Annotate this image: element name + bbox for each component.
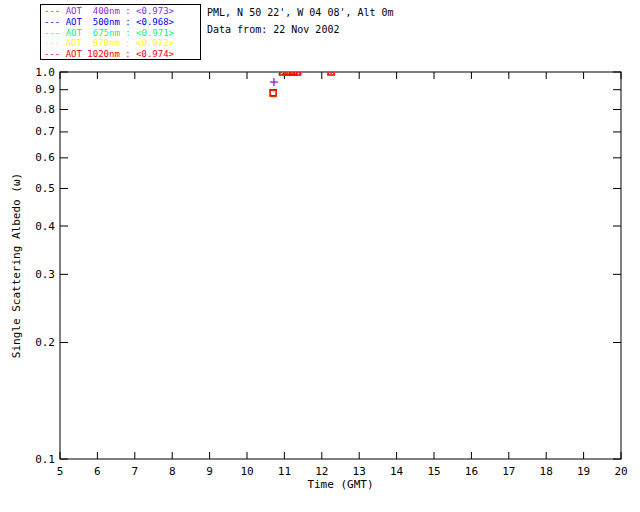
legend: --- AOT 400nm : <0.973>--- AOT 500nm : <… — [40, 4, 201, 60]
y-tick-label: 0.4 — [35, 220, 55, 233]
plot-page: { "header": { "line1": "PML, N 50 22', W… — [0, 0, 640, 512]
x-tick-label: 18 — [540, 465, 553, 478]
y-tick-label: 0.5 — [35, 182, 55, 195]
y-tick-label: 0.7 — [35, 125, 55, 138]
legend-item: --- AOT 1020nm : <0.974> — [44, 49, 200, 60]
x-tick-label: 16 — [465, 465, 478, 478]
x-tick-label: 13 — [353, 465, 366, 478]
x-tick-label: 8 — [169, 465, 176, 478]
x-tick-label: 15 — [427, 465, 440, 478]
y-tick-label: 1.0 — [35, 66, 55, 79]
x-tick-label: 14 — [390, 465, 404, 478]
plot-header: PML, N 50 22', W 04 08', Alt 0m Data fro… — [207, 4, 394, 38]
y-tick-label: 0.1 — [35, 453, 55, 466]
series-aot-1020nm — [270, 69, 334, 96]
y-tick-label: 0.3 — [35, 268, 55, 281]
x-tick-label: 12 — [315, 465, 328, 478]
data-date: Data from: 22 Nov 2002 — [207, 21, 394, 38]
x-tick-label: 7 — [131, 465, 138, 478]
x-tick-label: 5 — [57, 465, 64, 478]
legend-item: --- AOT 870nm : <0.972> — [44, 38, 200, 49]
y-tick-label: 0.2 — [35, 336, 55, 349]
x-tick-label: 6 — [94, 465, 101, 478]
x-axis-title: Time (GMT) — [307, 478, 373, 491]
y-tick-label: 0.8 — [35, 103, 55, 116]
legend-item: --- AOT 675nm : <0.971> — [44, 28, 200, 39]
legend-item: --- AOT 400nm : <0.973> — [44, 6, 200, 17]
chart-canvas: 5678910111213141516171819201.00.90.80.70… — [0, 0, 640, 512]
x-tick-label: 11 — [278, 465, 291, 478]
plot-frame — [60, 72, 621, 459]
x-tick-label: 10 — [240, 465, 253, 478]
y-tick-label: 0.6 — [35, 151, 55, 164]
series-aot-400nm — [270, 68, 335, 86]
x-tick-label: 19 — [577, 465, 590, 478]
x-tick-label: 17 — [502, 465, 515, 478]
legend-item: --- AOT 500nm : <0.968> — [44, 17, 200, 28]
y-tick-label: 0.9 — [35, 83, 55, 96]
x-tick-label: 20 — [614, 465, 627, 478]
station-info: PML, N 50 22', W 04 08', Alt 0m — [207, 4, 394, 21]
y-axis-title: Single Scattering Albedo (ω) — [10, 173, 23, 358]
x-tick-label: 9 — [206, 465, 213, 478]
